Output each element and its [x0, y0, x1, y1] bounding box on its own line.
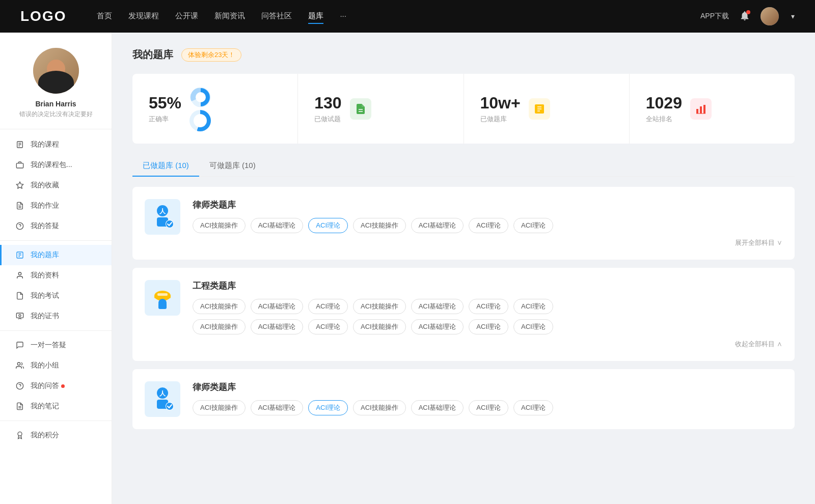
page-wrap: Brian Harris 错误的决定比没有决定要好 我的课程 我的课程包...: [0, 33, 815, 504]
stats-row: 55% 正确率: [132, 74, 795, 144]
sidebar-label-profile: 我的资料: [31, 271, 59, 280]
sidebar-item-notes[interactable]: 我的笔记: [0, 396, 112, 416]
sidebar-label-certificate: 我的证书: [31, 312, 59, 321]
bank-tag-selected[interactable]: ACI理论: [308, 400, 348, 415]
bank-tag[interactable]: ACI基础理论: [251, 299, 304, 314]
tab-available[interactable]: 可做题库 (10): [199, 156, 266, 177]
stat-banks-text: 10w+ 已做题库: [480, 94, 521, 124]
sidebar-divider-3: [0, 421, 112, 421]
course-pkg-icon: [15, 160, 24, 170]
bank-tag[interactable]: ACI技能操作: [353, 400, 406, 415]
sidebar-item-certificate[interactable]: 我的证书: [0, 306, 112, 326]
nav-qa[interactable]: 问答社区: [261, 9, 292, 24]
bank-engineer-tags-row2: ACI技能操作 ACI基础理论 ACI理论 ACI技能操作 ACI基础理论 AC…: [193, 319, 782, 334]
bank-collapse-btn[interactable]: 收起全部科目 ∧: [735, 340, 782, 349]
sidebar-label-questions: 我的答疑: [31, 221, 59, 231]
points-icon: [15, 431, 24, 440]
homework-icon: [15, 201, 24, 210]
svg-rect-41: [154, 296, 171, 298]
nav-quiz[interactable]: 题库: [308, 9, 323, 24]
bank-tag[interactable]: ACI基础理论: [411, 218, 464, 233]
bank-tag[interactable]: ACI基础理论: [251, 218, 304, 233]
bank-tag[interactable]: ACI理论: [513, 400, 553, 415]
stat-done-icon: [350, 98, 371, 120]
bank-tag[interactable]: ACI技能操作: [193, 400, 246, 415]
bank-tag[interactable]: ACI技能操作: [193, 299, 246, 314]
bank-tag[interactable]: ACI技能操作: [353, 218, 406, 233]
bank-tag[interactable]: ACI理论: [513, 218, 553, 233]
bank-tag[interactable]: ACI理论: [513, 299, 553, 314]
sidebar-item-favorites[interactable]: 我的收藏: [0, 175, 112, 195]
bank-tag[interactable]: ACI技能操作: [193, 319, 246, 334]
bank-engineer-footer: 收起全部科目 ∧: [193, 340, 782, 349]
sidebar-label-course: 我的课程: [31, 140, 59, 149]
bank-engineer-tags-row1: ACI技能操作 ACI基础理论 ACI理论 ACI技能操作 ACI基础理论 AC…: [193, 299, 782, 314]
bank-tag[interactable]: ACI技能操作: [193, 218, 246, 233]
bank-tag[interactable]: ACI理论: [308, 299, 348, 314]
nav-home[interactable]: 首页: [97, 9, 112, 24]
sidebar-item-quiz[interactable]: 我的题库: [0, 245, 112, 265]
bank-tag[interactable]: ACI技能操作: [353, 319, 406, 334]
bank-tag[interactable]: ACI理论: [469, 400, 508, 415]
course-icon: [15, 140, 24, 149]
group-icon: [15, 361, 24, 370]
bell-button[interactable]: [739, 10, 750, 23]
bank-tag[interactable]: ACI基础理论: [251, 319, 304, 334]
bank-card-engineer: 工程类题库 ACI技能操作 ACI基础理论 ACI理论 ACI技能操作 ACI基…: [132, 268, 795, 361]
bank-tag[interactable]: ACI理论: [469, 299, 508, 314]
stat-accuracy-text: 55% 正确率: [149, 94, 181, 124]
sidebar-item-tutoring[interactable]: 一对一答疑: [0, 335, 112, 355]
bank-tag[interactable]: ACI技能操作: [353, 299, 406, 314]
sidebar-item-homework[interactable]: 我的作业: [0, 195, 112, 216]
nav-more[interactable]: ···: [340, 9, 346, 24]
sidebar-item-points[interactable]: 我的积分: [0, 425, 112, 445]
svg-point-22: [18, 432, 22, 436]
sidebar-item-exam[interactable]: 我的考试: [0, 286, 112, 306]
bank-tag[interactable]: ACI理论: [469, 319, 508, 334]
svg-rect-33: [703, 105, 705, 114]
bank-tag[interactable]: ACI理论: [513, 319, 553, 334]
tab-done[interactable]: 已做题库 (10): [132, 156, 199, 177]
sidebar-label-favorites: 我的收藏: [31, 181, 59, 190]
quiz-icon: [15, 250, 24, 260]
bank-lawyer-2-icon-wrap: 人: [145, 381, 180, 417]
sidebar-item-course[interactable]: 我的课程: [0, 134, 112, 155]
sidebar-item-questions[interactable]: 我的答疑: [0, 216, 112, 236]
nav-discover[interactable]: 发现课程: [128, 9, 159, 24]
sidebar-item-profile[interactable]: 我的资料: [0, 265, 112, 286]
bank-tag[interactable]: ACI理论: [469, 218, 508, 233]
favorites-icon: [15, 181, 24, 190]
sidebar-label-quiz: 我的题库: [31, 250, 59, 260]
bank-card-lawyer-2: 人 律师类题库 ACI技能操作 ACI基础理论 ACI理论 ACI技能操作 AC…: [132, 369, 795, 429]
bank-lawyer-1-content: 律师类题库 ACI技能操作 ACI基础理论 ACI理论 ACI技能操作 ACI基…: [193, 199, 782, 247]
nav-news[interactable]: 新闻资讯: [214, 9, 245, 24]
sidebar-label-notes: 我的笔记: [31, 402, 59, 411]
logo: LOGO: [20, 8, 66, 24]
bank-tag[interactable]: ACI基础理论: [411, 319, 464, 334]
stat-rank: 1029 全站排名: [630, 74, 795, 144]
svg-marker-5: [16, 182, 23, 188]
stat-done-questions: 130 已做试题: [298, 74, 464, 144]
bank-tag[interactable]: ACI基础理论: [251, 400, 304, 415]
bank-tag-selected[interactable]: ACI理论: [308, 218, 348, 233]
app-download[interactable]: APP下载: [700, 12, 729, 21]
doc-green-icon: [355, 103, 367, 115]
bank-tag[interactable]: ACI基础理论: [411, 299, 464, 314]
svg-text:人: 人: [159, 390, 166, 397]
nav-opencourse[interactable]: 公开课: [175, 9, 198, 24]
svg-rect-44: [158, 303, 167, 309]
svg-text:人: 人: [159, 208, 166, 215]
bank-tag[interactable]: ACI基础理论: [411, 400, 464, 415]
sidebar-item-group[interactable]: 我的小组: [0, 355, 112, 376]
svg-point-24: [196, 92, 206, 102]
user-menu-chevron[interactable]: ▾: [791, 12, 795, 20]
sidebar-item-course-pkg[interactable]: 我的课程包...: [0, 155, 112, 175]
bank-engineer-title: 工程类题库: [193, 280, 782, 292]
bank-expand-btn[interactable]: 展开全部科目 ∨: [735, 238, 782, 247]
tutoring-icon: [15, 341, 24, 350]
sidebar-item-myqa[interactable]: 我的问答: [0, 376, 112, 396]
trial-badge: 体验剩余23天！: [181, 48, 241, 62]
svg-point-17: [17, 362, 20, 365]
avatar[interactable]: [760, 7, 779, 25]
bank-tag[interactable]: ACI理论: [308, 319, 348, 334]
